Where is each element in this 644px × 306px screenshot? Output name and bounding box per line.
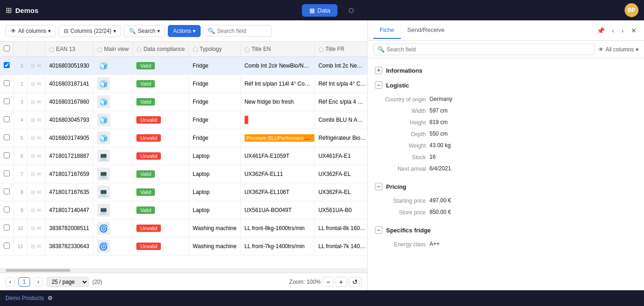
row-expand-icon[interactable]: ⊟ [31,153,35,159]
row-mail-icon[interactable]: ✉ [37,117,41,123]
select-all-checkbox[interactable] [4,45,10,51]
avatar[interactable]: BP [625,3,638,17]
col-ean13[interactable]: ◯ EAN 13 [45,42,93,57]
all-columns-button[interactable]: 👁 All columns ▾ [6,25,56,37]
table-row[interactable]: 5 ⊟ ✉ 4016803174905 🧊 Unvalid Fridge Pre… [0,129,367,147]
col-main-view[interactable]: ◯ Main view [93,42,133,57]
row-checkbox-cell[interactable] [0,183,14,201]
section-header-logistic[interactable]: − Logistic [368,77,644,92]
per-page-select[interactable]: 25 / page 10 / page 50 / page 100 / page [47,277,89,287]
table-row[interactable]: 8 ⊟ ✉ 4718017167635 💻 Valid Laptop UX362… [0,183,367,201]
prev-page-button[interactable]: ‹ [6,277,15,287]
row-mail-icon[interactable]: ✉ [37,63,41,69]
tab-send-receive[interactable]: Send/Receive [401,22,451,39]
row-mail-icon[interactable]: ✉ [37,189,41,195]
close-icon[interactable]: ✕ [629,26,638,35]
right-search-input[interactable] [386,46,590,53]
table-row[interactable]: 6 ⊟ ✉ 4718017218887 💻 Unvalid Laptop UX4… [0,147,367,165]
tab-fiche[interactable]: Fiche [373,22,401,39]
table-row[interactable]: 9 ⊟ ✉ 4718017140447 💻 Valid Laptop UX561… [0,201,367,219]
horizontal-scrollbar-thumb[interactable] [6,269,70,272]
section-header-specifics_fridge[interactable]: − Specifics fridge [368,222,644,237]
settings-icon[interactable]: ⚙ [48,295,53,301]
col-title-fr[interactable]: ◯ Title FR [314,42,367,57]
row-expand-icon[interactable]: ⊟ [31,207,35,213]
table-row[interactable]: 10 ⊟ ✉ 3838782008511 🌀 Unvalid Washing m… [0,219,367,237]
row-expand-icon[interactable]: ⊟ [31,135,35,141]
row-checkbox[interactable] [4,243,10,249]
horizontal-scrollbar[interactable] [0,268,367,273]
row-checkbox-cell[interactable] [0,165,14,183]
row-checkbox[interactable] [4,206,10,212]
row-mail-icon[interactable]: ✉ [37,244,41,250]
demo-products-link[interactable]: Demo Products [6,295,44,301]
row-checkbox[interactable] [4,62,10,68]
col-title-en[interactable]: ◯ Title EN [240,42,314,57]
search-button[interactable]: 🔍 Search ▾ [124,25,165,37]
select-all-header[interactable] [0,42,14,57]
row-mail-icon[interactable]: ✉ [37,81,41,87]
row-checkbox-cell[interactable] [0,237,14,256]
row-expand-icon[interactable]: ⊟ [31,244,35,250]
actions-button[interactable]: Actions ▾ [168,25,201,37]
row-checkbox[interactable] [4,98,10,104]
row-expand-icon[interactable]: ⊟ [31,81,35,87]
row-checkbox-cell[interactable] [0,129,14,147]
table-row[interactable]: 11 ⊟ ✉ 3838782330643 🌀 Unvalid Washing m… [0,237,367,256]
row-checkbox[interactable] [4,170,10,176]
section-header-informations[interactable]: + Informations [368,62,644,77]
row-checkbox-cell[interactable] [0,147,14,165]
row-expand-icon[interactable]: ⊟ [31,63,35,69]
refresh-button[interactable]: ↺ [349,277,362,287]
section-header-pricing[interactable]: − Pricing [368,178,644,193]
row-mail-icon[interactable]: ✉ [37,171,41,177]
section-toggle-informations[interactable]: + [375,67,382,74]
section-toggle-pricing[interactable]: − [375,183,382,190]
row-expand-icon[interactable]: ⊟ [31,189,35,195]
table-row[interactable]: 1 ⊟ ✉ 4016803051930 🧊 Valid Fridge Comb … [0,57,367,75]
row-expand-icon[interactable]: ⊟ [31,171,35,177]
zoom-plus-button[interactable]: + [336,277,347,287]
row-mail-icon[interactable]: ✉ [37,153,41,159]
tab-data[interactable]: ▦ Data [302,4,337,17]
row-checkbox-cell[interactable] [0,93,14,111]
row-mail-icon[interactable]: ✉ [37,207,41,213]
row-checkbox-cell[interactable] [0,201,14,219]
row-checkbox-cell[interactable] [0,75,14,93]
row-checkbox[interactable] [4,225,10,231]
col-typology[interactable]: ◯ Typology [189,42,240,57]
row-checkbox-cell[interactable] [0,219,14,237]
row-checkbox[interactable] [4,80,10,86]
right-panel-search-box[interactable]: 🔍 [373,44,595,55]
search-input[interactable] [217,28,268,34]
section-toggle-logistic[interactable]: − [375,81,382,89]
row-mail-icon[interactable]: ✉ [37,99,41,105]
table-row[interactable]: 7 ⊟ ✉ 4718017167659 💻 Valid Laptop UX362… [0,165,367,183]
zoom-minus-button[interactable]: − [323,277,334,287]
arrow-right-icon[interactable]: › [619,26,626,35]
section-toggle-specifics_fridge[interactable]: − [375,226,382,234]
next-page-button[interactable]: › [34,277,43,287]
row-mail-icon[interactable]: ✉ [37,225,41,231]
row-checkbox[interactable] [4,152,10,158]
app-logo[interactable]: ⊞ Demos [6,6,38,15]
table-row[interactable]: 2 ⊟ ✉ 4016803187141 🧊 Valid Fridge Réf I… [0,75,367,93]
tab-graph[interactable]: ⬡ [341,4,361,17]
row-expand-icon[interactable]: ⊟ [31,99,35,105]
row-checkbox-cell[interactable] [0,111,14,129]
search-field-box[interactable]: 🔍 [203,25,272,37]
row-mail-icon[interactable]: ✉ [37,135,41,141]
row-checkbox[interactable] [4,188,10,194]
current-page[interactable]: 1 [18,277,30,287]
row-expand-icon[interactable]: ⊟ [31,117,35,123]
columns-button[interactable]: ⊟ Columns (22/24) ▾ [59,25,121,37]
pin-icon[interactable]: 📌 [595,26,607,35]
right-all-columns-button[interactable]: 👁 All columns ▾ [598,46,638,53]
col-data-compliance[interactable]: ◯ Data compliance [133,42,189,57]
row-checkbox[interactable] [4,134,10,140]
table-row[interactable]: 4 ⊟ ✉ 4016803045793 🧊 Unvalid Fridge Com… [0,111,367,129]
row-checkbox[interactable] [4,116,10,122]
row-expand-icon[interactable]: ⊟ [31,225,35,231]
row-checkbox-cell[interactable] [0,57,14,75]
arrow-left-icon[interactable]: ‹ [610,26,616,35]
